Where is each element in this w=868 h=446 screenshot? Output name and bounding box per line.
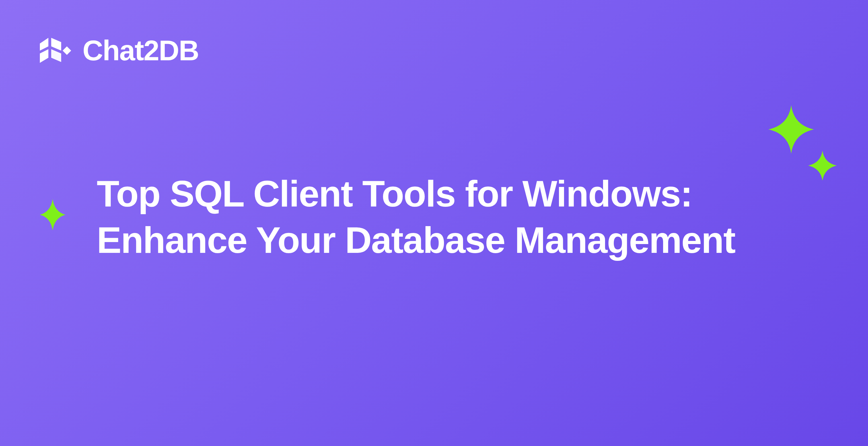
sparkle-icon: [40, 199, 65, 230]
brand-name: Chat2DB: [83, 34, 199, 67]
sparkle-icon: [768, 105, 814, 154]
sparkle-icon: [808, 151, 837, 181]
logo-mark-icon: [37, 35, 74, 66]
brand-logo: Chat2DB: [37, 34, 199, 67]
page-title: Top SQL Client Tools for Windows: Enhanc…: [97, 171, 803, 263]
